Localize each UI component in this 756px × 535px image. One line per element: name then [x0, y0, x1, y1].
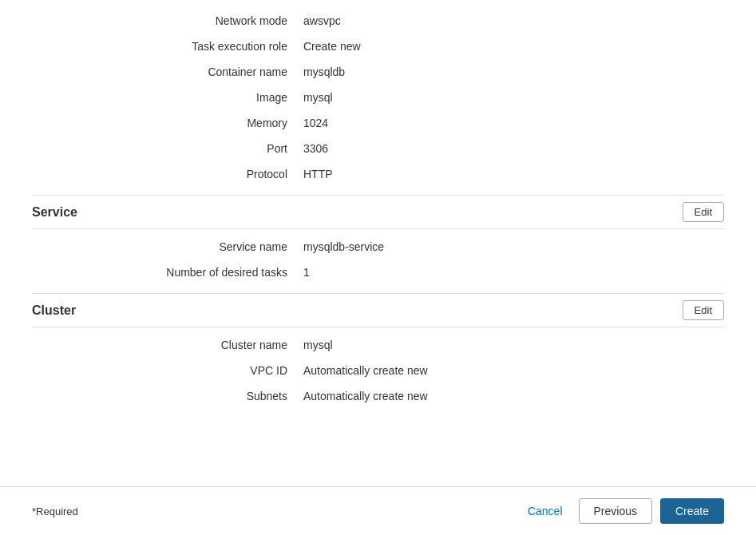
detail-value: mysql: [303, 339, 333, 351]
detail-label: Service name: [32, 240, 303, 253]
detail-label: Subnets: [32, 390, 303, 402]
service-fields: Service name mysqldb-service Number of d…: [32, 234, 724, 285]
required-text: *Required: [32, 505, 78, 517]
detail-row: Cluster name mysql: [32, 332, 724, 358]
detail-row: Service name mysqldb-service: [32, 234, 724, 260]
detail-value: 1: [303, 266, 310, 279]
footer-buttons: Cancel Previous Create: [520, 498, 724, 524]
detail-value: mysql: [303, 91, 333, 104]
detail-label: Cluster name: [32, 339, 303, 351]
detail-row: Protocol HTTP: [32, 161, 724, 187]
detail-label: Container name: [32, 65, 303, 78]
detail-row: Network mode awsvpc: [32, 8, 724, 34]
detail-label: Memory: [32, 117, 303, 129]
create-button[interactable]: Create: [660, 498, 724, 524]
cluster-section-header: Cluster Edit: [32, 293, 724, 327]
detail-value: 3306: [303, 142, 328, 155]
detail-label: Port: [32, 142, 303, 155]
detail-value: mysqldb: [303, 65, 345, 78]
service-section-header: Service Edit: [32, 195, 724, 229]
service-section-title: Service: [32, 205, 77, 220]
content-area: Network mode awsvpc Task execution role …: [0, 0, 756, 486]
detail-value: 1024: [303, 117, 328, 129]
detail-label: Task execution role: [32, 40, 303, 53]
cluster-edit-button[interactable]: Edit: [683, 300, 724, 320]
detail-label: Network mode: [32, 14, 303, 27]
detail-value: mysqldb-service: [303, 240, 384, 253]
detail-row: Container name mysqldb: [32, 59, 724, 85]
detail-row: Port 3306: [32, 136, 724, 161]
detail-label: Image: [32, 91, 303, 104]
detail-value: Automatically create new: [303, 390, 428, 402]
detail-value: awsvpc: [303, 14, 341, 27]
cancel-button[interactable]: Cancel: [520, 500, 571, 522]
detail-row: Number of desired tasks 1: [32, 260, 724, 285]
detail-row: Memory 1024: [32, 110, 724, 136]
footer: *Required Cancel Previous Create: [0, 486, 756, 535]
detail-value: Automatically create new: [303, 364, 428, 377]
detail-row: VPC ID Automatically create new: [32, 358, 724, 383]
service-edit-button[interactable]: Edit: [683, 202, 724, 222]
detail-label: Protocol: [32, 168, 303, 180]
detail-value: HTTP: [303, 168, 333, 180]
detail-row: Subnets Automatically create new: [32, 383, 724, 409]
detail-row: Image mysql: [32, 85, 724, 110]
cluster-section-title: Cluster: [32, 303, 76, 318]
detail-value: Create new: [303, 40, 361, 53]
detail-label: Number of desired tasks: [32, 266, 303, 279]
previous-button[interactable]: Previous: [579, 498, 652, 524]
detail-label: VPC ID: [32, 364, 303, 377]
page-container: Network mode awsvpc Task execution role …: [0, 0, 756, 535]
detail-row: Task execution role Create new: [32, 34, 724, 59]
top-fields: Network mode awsvpc Task execution role …: [32, 8, 724, 187]
cluster-fields: Cluster name mysql VPC ID Automatically …: [32, 332, 724, 409]
